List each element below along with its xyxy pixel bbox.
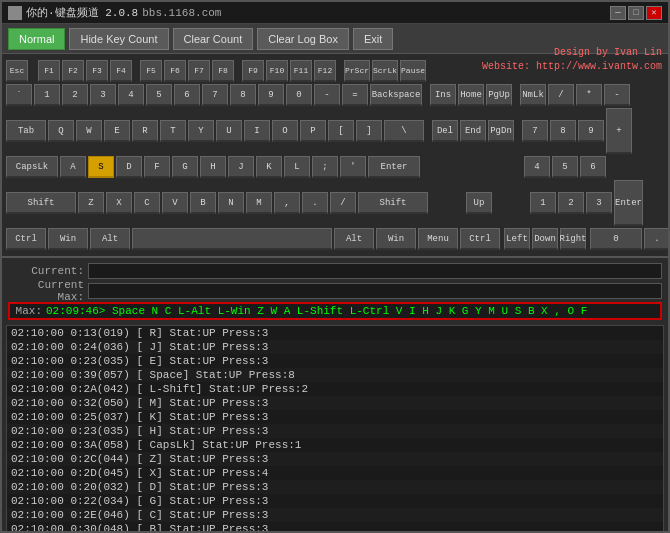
key-tab[interactable]: Tab	[6, 120, 46, 142]
key-quote[interactable]: '	[340, 156, 366, 178]
key-num-enter[interactable]: Enter	[614, 180, 643, 226]
key-h[interactable]: H	[200, 156, 226, 178]
key-f3[interactable]: F3	[86, 60, 108, 82]
key-f6[interactable]: F6	[164, 60, 186, 82]
key-p[interactable]: P	[300, 120, 326, 142]
key-rwin[interactable]: Win	[376, 228, 416, 250]
key-numlk[interactable]: NmLk	[520, 84, 546, 106]
key-left[interactable]: Left	[504, 228, 530, 250]
key-l[interactable]: L	[284, 156, 310, 178]
key-pgup[interactable]: PgUp	[486, 84, 512, 106]
key-d[interactable]: D	[116, 156, 142, 178]
key-y[interactable]: Y	[188, 120, 214, 142]
key-esc[interactable]: Esc	[6, 60, 28, 82]
normal-button[interactable]: Normal	[8, 28, 65, 50]
key-q[interactable]: Q	[48, 120, 74, 142]
key-num0[interactable]: 0	[590, 228, 642, 250]
key-e[interactable]: E	[104, 120, 130, 142]
key-j[interactable]: J	[228, 156, 254, 178]
exit-button[interactable]: Exit	[353, 28, 393, 50]
key-rshift[interactable]: Shift	[358, 192, 428, 214]
key-scrlk[interactable]: ScrLk	[372, 60, 398, 82]
key-ins[interactable]: Ins	[430, 84, 456, 106]
key-semicolon[interactable]: ;	[312, 156, 338, 178]
key-backtick[interactable]: `	[6, 84, 32, 106]
key-m[interactable]: M	[246, 192, 272, 214]
key-s[interactable]: S	[88, 156, 114, 178]
key-7[interactable]: 7	[202, 84, 228, 106]
key-up[interactable]: Up	[466, 192, 492, 214]
key-k[interactable]: K	[256, 156, 282, 178]
key-capslock[interactable]: CapsLk	[6, 156, 58, 178]
hide-key-count-button[interactable]: Hide Key Count	[69, 28, 168, 50]
maximize-button[interactable]: □	[628, 6, 644, 20]
key-home[interactable]: Home	[458, 84, 484, 106]
key-num8[interactable]: 8	[550, 120, 576, 142]
key-1[interactable]: 1	[34, 84, 60, 106]
minimize-button[interactable]: ─	[610, 6, 626, 20]
key-o[interactable]: O	[272, 120, 298, 142]
key-rctrl[interactable]: Ctrl	[460, 228, 500, 250]
key-slash[interactable]: /	[330, 192, 356, 214]
key-backslash[interactable]: \	[384, 120, 424, 142]
key-num-div[interactable]: /	[548, 84, 574, 106]
key-f5[interactable]: F5	[140, 60, 162, 82]
key-space[interactable]	[132, 228, 332, 250]
key-numdot[interactable]: .	[644, 228, 670, 250]
key-b[interactable]: B	[190, 192, 216, 214]
key-w[interactable]: W	[76, 120, 102, 142]
key-f10[interactable]: F10	[266, 60, 288, 82]
key-f11[interactable]: F11	[290, 60, 312, 82]
log-container[interactable]: 02:10:00 0:13(019) [ R] Stat:UP Press:30…	[6, 325, 664, 533]
key-period[interactable]: .	[302, 192, 328, 214]
key-lctrl[interactable]: Ctrl	[6, 228, 46, 250]
key-t[interactable]: T	[160, 120, 186, 142]
key-num-mul[interactable]: *	[576, 84, 602, 106]
key-num2[interactable]: 2	[558, 192, 584, 214]
key-num6[interactable]: 6	[580, 156, 606, 178]
key-rbracket[interactable]: ]	[356, 120, 382, 142]
key-pgdn[interactable]: PgDn	[488, 120, 514, 142]
key-g[interactable]: G	[172, 156, 198, 178]
key-f4[interactable]: F4	[110, 60, 132, 82]
key-x[interactable]: X	[106, 192, 132, 214]
key-5[interactable]: 5	[146, 84, 172, 106]
key-menu[interactable]: Menu	[418, 228, 458, 250]
key-v[interactable]: V	[162, 192, 188, 214]
key-minus[interactable]: -	[314, 84, 340, 106]
key-right[interactable]: Right	[560, 228, 586, 250]
key-8[interactable]: 8	[230, 84, 256, 106]
key-del[interactable]: Del	[432, 120, 458, 142]
key-n[interactable]: N	[218, 192, 244, 214]
key-lalt[interactable]: Alt	[90, 228, 130, 250]
key-6[interactable]: 6	[174, 84, 200, 106]
key-9[interactable]: 9	[258, 84, 284, 106]
key-num9[interactable]: 9	[578, 120, 604, 142]
key-backspace[interactable]: Backspace	[370, 84, 422, 106]
current-input[interactable]	[88, 263, 662, 279]
key-4[interactable]: 4	[118, 84, 144, 106]
key-f1[interactable]: F1	[38, 60, 60, 82]
key-num-minus[interactable]: -	[604, 84, 630, 106]
key-2[interactable]: 2	[62, 84, 88, 106]
key-down[interactable]: Down	[532, 228, 558, 250]
key-num-plus[interactable]: +	[606, 108, 632, 154]
key-comma[interactable]: ,	[274, 192, 300, 214]
clear-log-box-button[interactable]: Clear Log Box	[257, 28, 349, 50]
key-lshift[interactable]: Shift	[6, 192, 76, 214]
current-max-input[interactable]	[88, 283, 662, 299]
key-lwin[interactable]: Win	[48, 228, 88, 250]
key-u[interactable]: U	[216, 120, 242, 142]
key-f[interactable]: F	[144, 156, 170, 178]
key-a[interactable]: A	[60, 156, 86, 178]
key-f7[interactable]: F7	[188, 60, 210, 82]
key-0[interactable]: 0	[286, 84, 312, 106]
key-num5[interactable]: 5	[552, 156, 578, 178]
key-ralt[interactable]: Alt	[334, 228, 374, 250]
key-lbracket[interactable]: [	[328, 120, 354, 142]
key-num1[interactable]: 1	[530, 192, 556, 214]
key-c[interactable]: C	[134, 192, 160, 214]
key-f12[interactable]: F12	[314, 60, 336, 82]
key-pause[interactable]: Pause	[400, 60, 426, 82]
key-equals[interactable]: =	[342, 84, 368, 106]
